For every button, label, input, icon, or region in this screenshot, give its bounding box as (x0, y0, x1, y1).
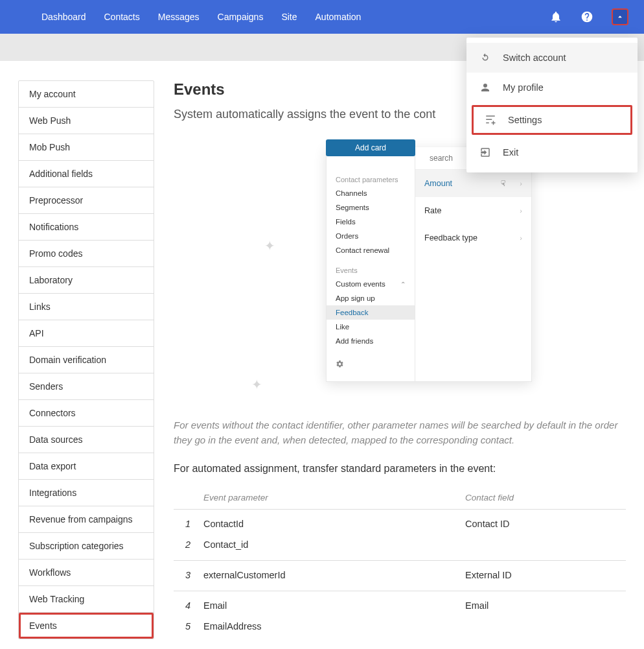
panel-item-app-sign-up[interactable]: App sign up (327, 291, 415, 305)
panel-item-add-friends[interactable]: Add friends (327, 334, 415, 348)
sidebar-item-connectors[interactable]: Connectors (19, 400, 154, 427)
option-feedback-type[interactable]: Feedback type› (415, 224, 531, 252)
bell-icon[interactable] (549, 10, 562, 23)
cursor-icon: ☟ (501, 179, 505, 188)
popup-right-panel: Amount›☟Rate›Feedback type› (415, 147, 532, 382)
topbar-right (549, 8, 628, 25)
param-table: Event parameter Contact field 1ContactId… (174, 486, 626, 637)
chevron-right-icon: › (520, 207, 522, 215)
row-field (461, 534, 626, 561)
sidebar-item-senders[interactable]: Senders (19, 373, 154, 400)
row-param: Contact_id (200, 534, 461, 561)
custom-events-label: Custom events (336, 280, 385, 288)
menu-switch-account[interactable]: Switch account (466, 43, 638, 73)
sidebar-item-revenue-from-campaigns[interactable]: Revenue from campaigns (19, 506, 154, 533)
custom-events-item[interactable]: Custom events ⌃ (327, 277, 415, 291)
menu-exit-label: Exit (503, 147, 518, 158)
user-menu: Switch account My profile Settings Exit (466, 38, 638, 172)
nav-site[interactable]: Site (281, 12, 297, 22)
sidebar-item-my-account[interactable]: My account (19, 81, 154, 108)
table-row: 3externalCustomerIdExternal ID (174, 561, 626, 591)
sidebar-item-notifications[interactable]: Notifications (19, 214, 154, 241)
nav-contacts[interactable]: Contacts (104, 12, 140, 22)
topnav: Dashboard Contacts Messages Campaigns Si… (41, 12, 361, 22)
sidebar-item-domain-verification[interactable]: Domain verification (19, 347, 154, 373)
sidebar-item-integrations[interactable]: Integrations (19, 480, 154, 506)
row-param: ContactId (200, 510, 461, 535)
panel-item-feedback[interactable]: Feedback (327, 305, 415, 320)
table-header-param: Event parameter (200, 486, 461, 510)
sidebar-item-events[interactable]: Events (19, 613, 154, 639)
popup-left-panel: Contact parameters ChannelsSegmentsField… (326, 147, 415, 382)
option-rate[interactable]: Rate› (415, 197, 531, 224)
sliders-icon (485, 114, 496, 126)
sidebar-item-subscription-categories[interactable]: Subscription categories (19, 533, 154, 560)
table-row: 5EmailAddress (174, 616, 626, 637)
nav-dashboard[interactable]: Dashboard (41, 12, 86, 22)
gear-icon (336, 360, 344, 368)
add-card-button[interactable]: Add card (326, 139, 415, 156)
row-idx: 1 (174, 510, 200, 535)
sidebar: My accountWeb PushMob PushAdditional fie… (18, 80, 154, 639)
contact-params-header: Contact parameters (327, 173, 415, 186)
refresh-icon (479, 52, 491, 64)
nav-messages[interactable]: Messages (158, 12, 200, 22)
row-param: externalCustomerId (200, 561, 461, 591)
row-idx: 2 (174, 534, 200, 561)
chevron-up-icon: ⌃ (400, 281, 406, 288)
nav-campaigns[interactable]: Campaigns (218, 12, 264, 22)
events-header: Events (327, 264, 415, 277)
panel-item-contact-renewal[interactable]: Contact renewal (327, 243, 415, 257)
sparkle-icon: ✦ (264, 238, 275, 254)
row-field: Email (461, 591, 626, 617)
table-header-field: Contact field (461, 486, 626, 510)
sub-heading: For automated assignment, transfer stand… (174, 463, 626, 475)
menu-settings-label: Settings (508, 115, 542, 125)
note-text: For events without the contact identifie… (174, 418, 626, 447)
sidebar-item-api[interactable]: API (19, 320, 154, 347)
row-idx: 4 (174, 591, 200, 617)
sidebar-item-workflows[interactable]: Workflows (19, 560, 154, 586)
row-idx: 3 (174, 561, 200, 591)
panel-item-like[interactable]: Like (327, 320, 415, 334)
sidebar-item-data-export[interactable]: Data export (19, 453, 154, 480)
chevron-right-icon: › (520, 180, 522, 187)
person-icon (479, 82, 491, 93)
row-param: EmailAddress (200, 616, 461, 637)
panel-gear[interactable] (327, 355, 415, 375)
exit-icon (479, 147, 491, 158)
panel-item-channels[interactable]: Channels (327, 186, 415, 200)
sidebar-item-web-tracking[interactable]: Web Tracking (19, 586, 154, 613)
sidebar-item-additional-fields[interactable]: Additional fields (19, 161, 154, 187)
row-param: Email (200, 591, 461, 617)
chevron-up-icon (615, 12, 625, 21)
card-area: ✦ ✦ ✦ Add card Contact parameters Channe… (174, 141, 626, 399)
help-icon[interactable] (581, 10, 593, 23)
sidebar-item-web-push[interactable]: Web Push (19, 108, 154, 134)
menu-switch-label: Switch account (503, 53, 566, 63)
sparkle-icon: ✦ (251, 377, 262, 392)
sidebar-item-preprocessor[interactable]: Preprocessor (19, 187, 154, 214)
option-amount[interactable]: Amount›☟ (415, 170, 531, 197)
table-row: 2Contact_id (174, 534, 626, 561)
sidebar-item-laboratory[interactable]: Laboratory (19, 267, 154, 294)
sidebar-item-promo-codes[interactable]: Promo codes (19, 241, 154, 267)
sidebar-item-links[interactable]: Links (19, 294, 154, 320)
panel-item-orders[interactable]: Orders (327, 229, 415, 243)
user-menu-button[interactable] (612, 8, 628, 25)
sidebar-item-data-sources[interactable]: Data sources (19, 427, 154, 453)
nav-automation[interactable]: Automation (316, 12, 362, 22)
row-field: Contact ID (461, 510, 626, 535)
menu-settings[interactable]: Settings (472, 105, 632, 135)
menu-profile-label: My profile (503, 82, 544, 93)
menu-my-profile[interactable]: My profile (466, 73, 638, 102)
table-row: 1ContactIdContact ID (174, 510, 626, 535)
table-row: 4EmailEmail (174, 591, 626, 617)
panel-item-fields[interactable]: Fields (327, 215, 415, 229)
panel-item-segments[interactable]: Segments (327, 200, 415, 215)
menu-exit[interactable]: Exit (466, 137, 638, 167)
row-idx: 5 (174, 616, 200, 637)
row-field (461, 616, 626, 637)
sidebar-item-mob-push[interactable]: Mob Push (19, 134, 154, 161)
chevron-right-icon: › (520, 234, 522, 242)
